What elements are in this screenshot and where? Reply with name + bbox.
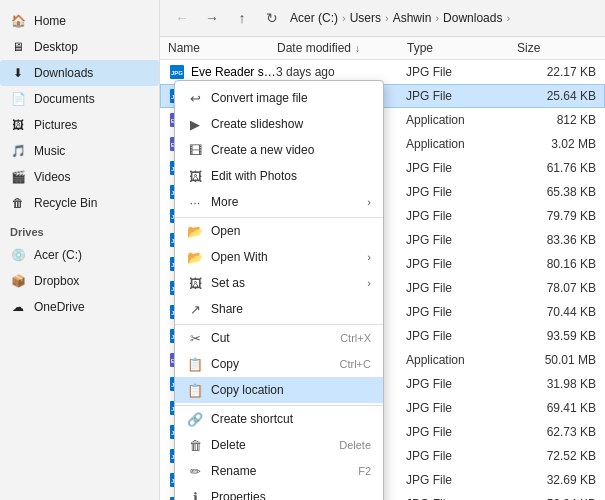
ctx-icon-rename: ✏ <box>187 463 203 479</box>
forward-button[interactable]: → <box>200 6 224 30</box>
sidebar-label-dropbox: Dropbox <box>34 274 79 288</box>
ctx-item-share[interactable]: ↗ Share <box>175 296 383 322</box>
col-type[interactable]: Type <box>407 41 517 55</box>
ctx-item-left-copy: 📋 Copy <box>187 356 239 372</box>
file-size-6: 79.79 KB <box>516 209 596 223</box>
ctx-item-open[interactable]: 📂 Open <box>175 217 383 244</box>
file-size-2: 812 KB <box>516 113 596 127</box>
ctx-item-convert[interactable]: ↩ Convert image file <box>175 85 383 111</box>
ctx-item-delete[interactable]: 🗑 Delete Delete <box>175 432 383 458</box>
ctx-item-properties[interactable]: ℹ Properties <box>175 484 383 500</box>
sidebar-label-music: Music <box>34 144 65 158</box>
ctx-item-copy-location[interactable]: 📋 Copy location <box>175 377 383 403</box>
breadcrumb-acer[interactable]: Acer (C:) <box>290 11 338 25</box>
videos-icon: 🎬 <box>10 169 26 185</box>
ctx-item-left-new-video: 🎞 Create a new video <box>187 142 314 158</box>
ctx-icon-edit-photos: 🖼 <box>187 168 203 184</box>
file-size-5: 65.38 KB <box>516 185 596 199</box>
main-panel: ← → ↑ ↻ Acer (C:) › Users › Ashwin › Dow… <box>160 0 605 500</box>
ctx-label-properties: Properties <box>211 490 266 500</box>
ctx-item-edit-photos[interactable]: 🖼 Edit with Photos <box>175 163 383 189</box>
sidebar-item-videos[interactable]: 🎬 Videos <box>0 164 159 190</box>
ctx-item-more[interactable]: ··· More › <box>175 189 383 215</box>
sidebar-item-onedrive[interactable]: ☁ OneDrive <box>0 294 159 320</box>
up-button[interactable]: ↑ <box>230 6 254 30</box>
col-name-label: Name <box>168 41 200 55</box>
ctx-label-cut: Cut <box>211 331 230 345</box>
ctx-label-edit-photos: Edit with Photos <box>211 169 297 183</box>
back-button[interactable]: ← <box>170 6 194 30</box>
file-type-7: JPG File <box>406 233 516 247</box>
col-type-label: Type <box>407 41 433 55</box>
file-size-1: 25.64 KB <box>516 89 596 103</box>
col-date[interactable]: Date modified ↓ <box>277 41 407 55</box>
ctx-item-cut[interactable]: ✂ Cut Ctrl+X <box>175 324 383 351</box>
documents-icon: 📄 <box>10 91 26 107</box>
breadcrumb-users[interactable]: Users <box>350 11 381 25</box>
ctx-item-left-more: ··· More <box>187 194 238 210</box>
col-size[interactable]: Size <box>517 41 597 55</box>
sidebar-label-recycle: Recycle Bin <box>34 196 97 210</box>
ctx-item-set-as[interactable]: 🖼 Set as › <box>175 270 383 296</box>
recycle-icon: 🗑 <box>10 195 26 211</box>
ctx-label-slideshow: Create slideshow <box>211 117 303 131</box>
breadcrumb-ashwin[interactable]: Ashwin <box>393 11 432 25</box>
ctx-label-convert: Convert image file <box>211 91 308 105</box>
file-size-16: 72.52 KB <box>516 449 596 463</box>
file-date-0: 3 days ago <box>276 65 406 79</box>
ctx-icon-slideshow: ▶ <box>187 116 203 132</box>
sidebar-item-desktop[interactable]: 🖥 Desktop <box>0 34 159 60</box>
file-size-3: 3.02 MB <box>516 137 596 151</box>
sidebar-label-documents: Documents <box>34 92 95 106</box>
file-type-5: JPG File <box>406 185 516 199</box>
ctx-label-rename: Rename <box>211 464 256 478</box>
file-size-8: 80.16 KB <box>516 257 596 271</box>
breadcrumb-downloads[interactable]: Downloads <box>443 11 502 25</box>
ctx-item-left-properties: ℹ Properties <box>187 489 266 500</box>
sidebar-item-music[interactable]: 🎵 Music <box>0 138 159 164</box>
ctx-icon-create-shortcut: 🔗 <box>187 411 203 427</box>
ctx-item-create-shortcut[interactable]: 🔗 Create shortcut <box>175 405 383 432</box>
context-menu: ↩ Convert image file ▶ Create slideshow … <box>174 80 384 500</box>
sidebar-item-downloads[interactable]: ⬇ Downloads <box>0 60 159 86</box>
ctx-arrow-open-with: › <box>367 251 371 263</box>
ctx-icon-open-with: 📂 <box>187 249 203 265</box>
home-icon: 🏠 <box>10 13 26 29</box>
sidebar-item-pictures[interactable]: 🖼 Pictures <box>0 112 159 138</box>
sidebar-item-home[interactable]: 🏠 Home <box>0 8 159 34</box>
sidebar-item-acer-c[interactable]: 💿 Acer (C:) <box>0 242 159 268</box>
ctx-item-slideshow[interactable]: ▶ Create slideshow <box>175 111 383 137</box>
address-bar: ← → ↑ ↻ Acer (C:) › Users › Ashwin › Dow… <box>160 0 605 37</box>
file-list[interactable]: JPG Eve Reader settings.jpg 3 days ago J… <box>160 60 605 500</box>
file-size-15: 62.73 KB <box>516 425 596 439</box>
breadcrumb-sep-3: › <box>435 12 439 24</box>
file-size-10: 70.44 KB <box>516 305 596 319</box>
sidebar-item-dropbox[interactable]: 📦 Dropbox <box>0 268 159 294</box>
breadcrumb[interactable]: Acer (C:) › Users › Ashwin › Downloads › <box>290 11 510 25</box>
ctx-item-left-cut: ✂ Cut <box>187 330 230 346</box>
ctx-item-left-open-with: 📂 Open With <box>187 249 268 265</box>
file-type-11: JPG File <box>406 329 516 343</box>
ctx-icon-more: ··· <box>187 194 203 210</box>
col-name[interactable]: Name <box>168 41 277 55</box>
sidebar-label-videos: Videos <box>34 170 70 184</box>
file-type-16: JPG File <box>406 449 516 463</box>
onedrive-icon: ☁ <box>10 299 26 315</box>
file-list-header: Name Date modified ↓ Type Size <box>160 37 605 60</box>
file-type-10: JPG File <box>406 305 516 319</box>
refresh-button[interactable]: ↻ <box>260 6 284 30</box>
ctx-item-open-with[interactable]: 📂 Open With › <box>175 244 383 270</box>
ctx-item-copy[interactable]: 📋 Copy Ctrl+C <box>175 351 383 377</box>
col-date-label: Date modified <box>277 41 351 55</box>
ctx-item-left-edit-photos: 🖼 Edit with Photos <box>187 168 297 184</box>
sidebar-item-recycle[interactable]: 🗑 Recycle Bin <box>0 190 159 216</box>
svg-text:JPG: JPG <box>171 70 183 76</box>
ctx-item-rename[interactable]: ✏ Rename F2 <box>175 458 383 484</box>
breadcrumb-sep-1: › <box>342 12 346 24</box>
ctx-item-left-create-shortcut: 🔗 Create shortcut <box>187 411 293 427</box>
ctx-shortcut-cut: Ctrl+X <box>340 332 371 344</box>
sidebar-item-documents[interactable]: 📄 Documents <box>0 86 159 112</box>
ctx-item-new-video[interactable]: 🎞 Create a new video <box>175 137 383 163</box>
file-size-12: 50.01 MB <box>516 353 596 367</box>
ctx-label-delete: Delete <box>211 438 246 452</box>
